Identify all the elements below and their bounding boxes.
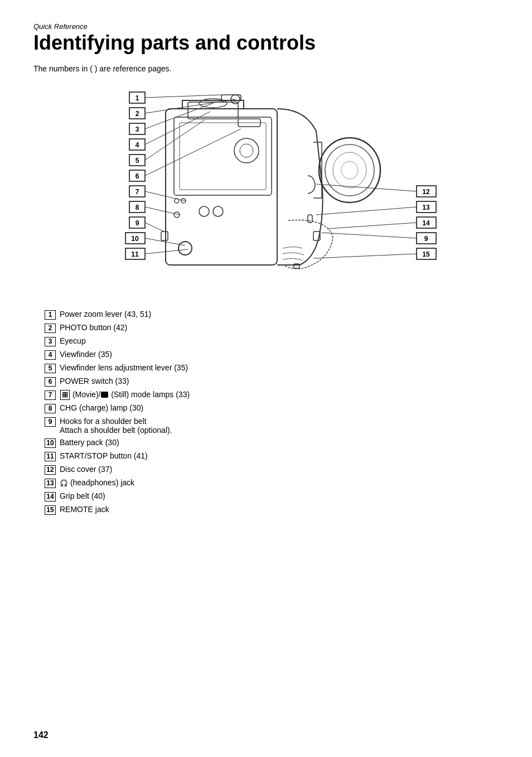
svg-line-56: [145, 95, 221, 98]
svg-text:9: 9: [136, 219, 139, 227]
svg-text:3: 3: [136, 126, 139, 133]
svg-point-44: [333, 152, 366, 188]
list-item: 3Eyecup: [45, 336, 499, 346]
svg-text:5: 5: [136, 157, 139, 165]
headphones-icon: 🎧: [60, 479, 68, 487]
part-description: REMOTE jack: [60, 505, 499, 514]
part-number: 6: [45, 377, 56, 387]
part-number: 7: [45, 390, 56, 400]
part-description: Grip belt (40): [60, 491, 499, 500]
part-subtext: Attach a shoulder belt (optional).: [60, 426, 499, 435]
svg-point-41: [178, 242, 192, 255]
svg-text:12: 12: [422, 188, 430, 196]
list-item: 7⊞ (Movie)/ (Still) mode lamps (33): [45, 390, 499, 400]
subtitle: Quick Reference: [33, 22, 499, 31]
part-description: ⊞ (Movie)/ (Still) mode lamps (33): [60, 390, 499, 400]
part-description: CHG (charge) lamp (30): [60, 403, 499, 412]
part-number: 10: [45, 438, 56, 448]
svg-text:9: 9: [424, 235, 428, 243]
svg-rect-46: [161, 232, 168, 240]
part-description: START/STOP button (41): [60, 451, 499, 460]
list-item: 8CHG (charge) lamp (30): [45, 403, 499, 413]
part-number: 15: [45, 505, 56, 515]
part-number: 12: [45, 465, 56, 475]
part-number: 3: [45, 337, 56, 346]
part-number: 8: [45, 404, 56, 413]
part-description: Viewfinder lens adjustment lever (35): [60, 363, 499, 372]
svg-rect-40: [213, 206, 223, 216]
svg-text:7: 7: [136, 188, 139, 196]
list-item: 5Viewfinder lens adjustment lever (35): [45, 363, 499, 373]
part-number: 9: [45, 417, 56, 427]
svg-text:10: 10: [131, 235, 139, 243]
page-title: Identifying parts and controls: [33, 32, 499, 54]
part-number: 5: [45, 364, 56, 373]
camera-diagram: 1 2 3 4 5 6 7 8 9 10 11 12: [82, 86, 450, 293]
svg-text:1: 1: [136, 94, 139, 102]
part-description: PHOTO button (42): [60, 323, 499, 332]
svg-line-69: [327, 223, 417, 229]
svg-line-63: [145, 207, 180, 215]
svg-point-37: [240, 144, 253, 157]
part-number: 14: [45, 492, 56, 502]
list-item: 12Disc cover (37): [45, 465, 499, 475]
svg-point-45: [341, 161, 358, 179]
svg-rect-39: [199, 206, 209, 216]
svg-line-64: [145, 223, 164, 232]
part-number: 2: [45, 324, 56, 333]
svg-text:6: 6: [136, 172, 139, 180]
list-item: 9Hooks for a shoulder beltAttach a shoul…: [45, 417, 499, 435]
list-item: 2PHOTO button (42): [45, 323, 499, 333]
part-description: Viewfinder (35): [60, 350, 499, 359]
svg-line-66: [145, 249, 188, 254]
part-description: Eyecup: [60, 336, 499, 345]
part-description: Hooks for a shoulder beltAttach a should…: [60, 417, 499, 435]
svg-rect-35: [180, 123, 266, 190]
svg-line-70: [322, 233, 417, 238]
list-item: 6POWER switch (33): [45, 377, 499, 387]
list-item: 10Battery pack (30): [45, 438, 499, 448]
svg-rect-33: [188, 102, 238, 119]
svg-text:13: 13: [422, 204, 430, 211]
svg-rect-54: [308, 215, 312, 223]
svg-point-36: [234, 138, 259, 163]
part-number: 4: [45, 350, 56, 360]
svg-text:11: 11: [131, 250, 139, 258]
list-item: 15REMOTE jack: [45, 505, 499, 515]
list-item: 1Power zoom lever (43, 51): [45, 310, 499, 320]
svg-line-68: [316, 207, 417, 215]
part-number: 13: [45, 479, 56, 488]
list-item: 4Viewfinder (35): [45, 350, 499, 360]
part-number: 1: [45, 310, 56, 320]
list-item: 14Grip belt (40): [45, 491, 499, 502]
part-description: Power zoom lever (43, 51): [60, 310, 499, 319]
part-number: 11: [45, 452, 56, 461]
svg-line-58: [145, 103, 213, 129]
intro-text: The numbers in ( ) are reference pages.: [33, 64, 499, 73]
list-item: 13🎧 (headphones) jack: [45, 478, 499, 488]
part-description: Disc cover (37): [60, 465, 499, 474]
part-description: Battery pack (30): [60, 438, 499, 447]
page-number: 142: [33, 730, 49, 740]
part-description: 🎧 (headphones) jack: [60, 478, 499, 487]
svg-text:15: 15: [422, 250, 430, 258]
svg-text:14: 14: [422, 219, 430, 227]
svg-text:8: 8: [136, 204, 139, 211]
svg-line-71: [313, 254, 417, 258]
svg-text:4: 4: [136, 141, 139, 149]
svg-text:2: 2: [136, 110, 139, 118]
parts-list: 1Power zoom lever (43, 51)2PHOTO button …: [45, 310, 499, 518]
list-item: 11START/STOP button (41): [45, 451, 499, 461]
svg-point-42: [319, 138, 380, 202]
part-description: POWER switch (33): [60, 377, 499, 385]
svg-line-61: [145, 129, 241, 176]
